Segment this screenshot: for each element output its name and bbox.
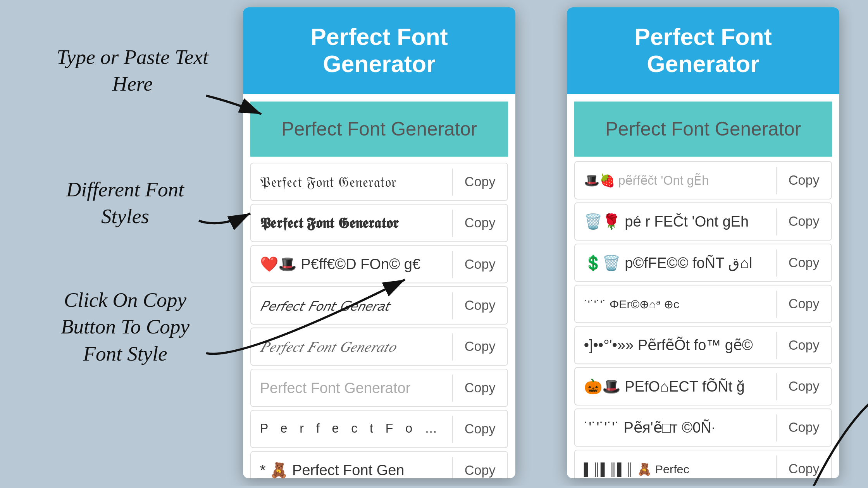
copy-btn-8[interactable]: Copy — [452, 457, 508, 478]
right-panel-header: Perfect Font Generator — [567, 7, 839, 94]
font-text-8: * 🧸 Perfect Font Gen — [251, 455, 452, 478]
font-text-1: 𝔓𝔢𝔯𝔣𝔢𝔠𝔱 𝔉𝔬𝔫𝔱 𝔊𝔢𝔫𝔢𝔯𝔞𝔱𝔬𝔯 — [251, 167, 452, 196]
right-copy-btn-4[interactable]: Copy — [776, 332, 832, 359]
font-row-2: 𝕻𝖊𝖗𝖋𝖊𝖈𝖙 𝕱𝖔𝖓𝖙 𝕲𝖊𝖓𝖊𝖗𝖆𝖙𝖔𝖗 Copy — [250, 204, 508, 242]
font-text-5: 𝑃𝑒𝑟𝑓𝑒𝑐𝑡 𝐹𝑜𝑛𝑡 𝐺𝑒𝑛𝑒𝑟𝑎𝑡𝑜 — [251, 332, 452, 361]
text-input-right[interactable] — [574, 101, 832, 157]
copy-btn-3[interactable]: Copy — [452, 251, 508, 278]
right-copy-btn-6[interactable]: Copy — [776, 414, 832, 441]
annotation-font-styles: Different FontStyles — [22, 177, 228, 230]
right-font-row-6: ˙'˙'˙'˙'˙ Pẽя'ẽ□т ©0Ñ· Copy — [574, 409, 832, 447]
font-text-2: 𝕻𝖊𝖗𝖋𝖊𝖈𝖙 𝕱𝖔𝖓𝖙 𝕲𝖊𝖓𝖊𝖗𝖆𝖙𝖔𝖗 — [251, 209, 452, 237]
right-copy-btn-3[interactable]: Copy — [776, 290, 832, 318]
right-copy-btn-2[interactable]: Copy — [776, 249, 832, 276]
font-text-6: Perfect Font Generator — [251, 373, 452, 402]
copy-btn-1[interactable]: Copy — [452, 168, 508, 195]
right-panel-body: 🎩🍓 pẽŕfẽčt 'Ont gẼh Copy 🗑️🌹 pé r FEČt '… — [567, 94, 839, 478]
right-font-text-2: 💲🗑️ p©fFE©© foÑT ق⌂l — [575, 248, 776, 277]
font-row-4: 𝘗𝘦𝘳𝘧𝘦𝘤𝘵 𝘍𝘰𝘯𝘵 𝘎𝘦𝘯𝘦𝘳𝘢𝘵 Copy — [250, 286, 508, 325]
right-font-text-3: ˙'˙'˙'˙ ΦEr©⊕⌂ᵃ ⊕c — [575, 291, 776, 317]
right-font-text-0: 🎩🍓 pẽŕfẽčt 'Ont gẼh — [575, 167, 776, 194]
copy-btn-6[interactable]: Copy — [452, 374, 508, 401]
font-row-8: * 🧸 Perfect Font Gen Copy — [250, 451, 508, 478]
right-font-row-5: 🎃🎩 PEfO⌂ECT fÕÑt ğ Copy — [574, 367, 832, 406]
font-text-3: ❤️🎩 P€ff€©D FOn© g€ — [251, 249, 452, 279]
copy-btn-4[interactable]: Copy — [452, 292, 508, 319]
font-row-6: Perfect Font Generator Copy — [250, 369, 508, 407]
copy-btn-2[interactable]: Copy — [452, 210, 508, 237]
right-copy-btn-7[interactable]: Copy — [776, 455, 832, 478]
left-phone-panel: Perfect Font Generator 𝔓𝔢𝔯𝔣𝔢𝔠𝔱 𝔉𝔬𝔫𝔱 𝔊𝔢𝔫𝔢… — [243, 7, 515, 478]
right-font-row-7: ▌║▌║▌║ 🧸 Perfec Copy — [574, 450, 832, 478]
copy-btn-7[interactable]: Copy — [452, 416, 508, 443]
right-copy-btn-5[interactable]: Copy — [776, 373, 832, 400]
right-copy-btn-1[interactable]: Copy — [776, 208, 832, 235]
font-row-3: ❤️🎩 P€ff€©D FOn© g€ Copy — [250, 245, 508, 284]
left-panel-body: 𝔓𝔢𝔯𝔣𝔢𝔠𝔱 𝔉𝔬𝔫𝔱 𝔊𝔢𝔫𝔢𝔯𝔞𝔱𝔬𝔯 Copy 𝕻𝖊𝖗𝖋𝖊𝖈𝖙 𝕱𝖔𝖓𝖙… — [243, 94, 515, 478]
right-font-text-1: 🗑️🌹 pé r FEČt 'Ont gEh — [575, 207, 776, 236]
left-panel-header: Perfect Font Generator — [243, 7, 515, 94]
right-font-text-4: •]••°'•»» PẽrfẽÕt fo™ gẽ© — [575, 330, 776, 360]
right-font-row-2: 💲🗑️ p©fFE©© foÑT ق⌂l Copy — [574, 244, 832, 282]
font-row-1: 𝔓𝔢𝔯𝔣𝔢𝔠𝔱 𝔉𝔬𝔫𝔱 𝔊𝔢𝔫𝔢𝔯𝔞𝔱𝔬𝔯 Copy — [250, 163, 508, 201]
font-text-4: 𝘗𝘦𝘳𝘧𝘦𝘤𝘵 𝘍𝘰𝘯𝘵 𝘎𝘦𝘯𝘦𝘳𝘢𝘵 — [251, 291, 452, 320]
annotation-click-copy: Click On CopyButton To CopyFont Style — [15, 287, 236, 367]
copy-btn-5[interactable]: Copy — [452, 333, 508, 360]
right-font-text-5: 🎃🎩 PEfO⌂ECT fÕÑt ğ — [575, 372, 776, 401]
right-phone-panel: Perfect Font Generator 🎩🍓 pẽŕfẽčt 'Ont g… — [567, 7, 839, 478]
right-copy-btn-0[interactable]: Copy — [776, 167, 832, 194]
right-font-row-4: •]••°'•»» PẽrfẽÕt fo™ gẽ© Copy — [574, 326, 832, 364]
right-font-text-7: ▌║▌║▌║ 🧸 Perfec — [575, 456, 776, 478]
right-font-row-3: ˙'˙'˙'˙ ΦEr©⊕⌂ᵃ ⊕c Copy — [574, 285, 832, 323]
right-font-row-1: 🗑️🌹 pé r FEČt 'Ont gEh Copy — [574, 203, 832, 241]
right-font-row-0: 🎩🍓 pẽŕfẽčt 'Ont gẼh Copy — [574, 161, 832, 199]
font-row-5: 𝑃𝑒𝑟𝑓𝑒𝑐𝑡 𝐹𝑜𝑛𝑡 𝐺𝑒𝑛𝑒𝑟𝑎𝑡𝑜 Copy — [250, 328, 508, 366]
font-row-7: P e r f e c t F o n t Copy — [250, 410, 508, 448]
text-input[interactable] — [250, 101, 508, 157]
font-text-7: P e r f e c t F o n t — [251, 416, 452, 442]
right-font-text-6: ˙'˙'˙'˙'˙ Pẽя'ẽ□т ©0Ñ· — [575, 413, 776, 442]
annotation-type-paste: Type or Paste TextHere — [29, 44, 236, 98]
